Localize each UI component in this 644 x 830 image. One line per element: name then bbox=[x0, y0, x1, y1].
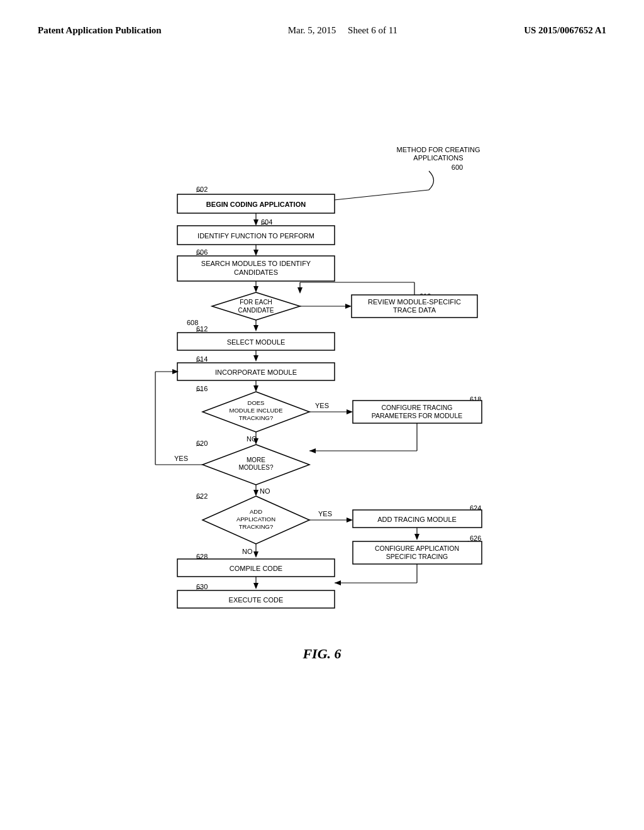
begin-label: BEGIN CODING APPLICATION bbox=[206, 201, 306, 208]
arrowhead-loop bbox=[297, 287, 303, 294]
ref-612: 612 bbox=[196, 325, 208, 333]
ref-630: 630 bbox=[196, 583, 208, 590]
compile-label: COMPILE CODE bbox=[230, 565, 282, 572]
arrowhead-addtracing-configapp bbox=[414, 534, 419, 540]
add-tracing-label: ADD TRACING MODULE bbox=[377, 516, 457, 523]
arrowhead-identify-search bbox=[253, 250, 258, 256]
review-label1: REVIEW MODULE-SPECIFIC bbox=[368, 298, 461, 306]
page: Patent Application Publication Mar. 5, 2… bbox=[0, 0, 644, 830]
foreach-label2: CANDIDATE bbox=[238, 307, 274, 314]
does-label1: DOES bbox=[248, 399, 265, 406]
ref-620: 620 bbox=[196, 440, 208, 447]
sheet-label: Sheet 6 of 11 bbox=[348, 25, 397, 35]
no-does: NO bbox=[247, 435, 257, 443]
fig-label-text: FIG. 6 bbox=[303, 646, 341, 661]
search-label2: CANDIDATES bbox=[234, 268, 278, 276]
arrowhead-search-foreach bbox=[253, 286, 258, 292]
arrowhead-incorporate-does bbox=[253, 385, 258, 392]
incorporate-label: INCORPORATE MODULE bbox=[215, 368, 297, 376]
yes-addapp: YES bbox=[318, 510, 332, 517]
no-more: NO bbox=[260, 487, 270, 495]
arrowhead-addapp-no bbox=[253, 551, 258, 558]
title-line1: METHOD FOR CREATING bbox=[396, 146, 480, 153]
add-app-label2: APPLICATION bbox=[236, 516, 275, 523]
arrowhead-begin-identify bbox=[253, 219, 258, 226]
ref-600: 600 bbox=[452, 163, 463, 171]
header-left: Patent Application Publication bbox=[38, 25, 162, 36]
arrowhead-configure-more bbox=[309, 448, 316, 453]
execute-label: EXECUTE CODE bbox=[229, 596, 284, 604]
more-label1: MORE bbox=[247, 456, 265, 463]
ref-606: 606 bbox=[196, 248, 208, 256]
configure-tracing-label2: PARAMETERS FOR MODULE bbox=[372, 412, 463, 419]
configure-tracing-label1: CONFIGURE TRACING bbox=[382, 404, 453, 411]
patent-number: US 2015/0067652 A1 bbox=[524, 25, 606, 35]
fig-label: FIG. 6 bbox=[38, 646, 606, 662]
yes-does: YES bbox=[315, 402, 329, 409]
ref-614: 614 bbox=[196, 355, 208, 363]
arrowhead-foreach-select bbox=[253, 325, 258, 331]
ref-622: 622 bbox=[196, 492, 208, 500]
arrowhead-compile-execute bbox=[253, 583, 258, 589]
review-label2: TRACE DATA bbox=[393, 306, 436, 314]
arrowhead-select-incorporate bbox=[253, 355, 258, 362]
ref-604: 604 bbox=[261, 218, 272, 226]
add-app-label1: ADD bbox=[250, 508, 262, 515]
header-center: Mar. 5, 2015 Sheet 6 of 11 bbox=[288, 25, 397, 36]
select-label: SELECT MODULE bbox=[227, 338, 286, 346]
does-label3: TRACKING? bbox=[239, 414, 273, 421]
date-label: Mar. 5, 2015 bbox=[288, 25, 336, 35]
ref-626: 626 bbox=[470, 534, 481, 542]
yes-more: YES bbox=[174, 455, 188, 462]
figure-container: METHOD FOR CREATING APPLICATIONS 600 602… bbox=[38, 55, 606, 633]
curve-600 bbox=[429, 171, 434, 190]
configure-app-label2: SPECIFIC TRACING bbox=[386, 553, 448, 560]
no-addapp: NO bbox=[242, 548, 253, 555]
publication-label: Patent Application Publication bbox=[38, 25, 162, 35]
identify-label: IDENTIFY FUNCTION TO PERFORM bbox=[197, 232, 314, 240]
ref-616: 616 bbox=[196, 385, 208, 392]
foreach-label1: FOR EACH bbox=[240, 299, 272, 306]
arrowhead-more-no bbox=[253, 490, 258, 496]
arrowhead-addapp-addtracing bbox=[347, 517, 353, 523]
does-label2: MODULE INCLUDE bbox=[230, 407, 283, 414]
search-label1: SEARCH MODULES TO IDENTIFY bbox=[201, 260, 311, 267]
add-app-label3: TRACKING? bbox=[239, 523, 273, 530]
configure-app-label1: CONFIGURE APPLICATION bbox=[375, 545, 459, 552]
header: Patent Application Publication Mar. 5, 2… bbox=[38, 25, 606, 36]
more-label2: MODULES? bbox=[238, 464, 273, 471]
arrowhead-does-configure bbox=[347, 409, 353, 414]
ref-602: 602 bbox=[196, 185, 208, 193]
arrowhead-configapp-compile bbox=[335, 580, 341, 585]
header-right: US 2015/0067652 A1 bbox=[524, 25, 606, 36]
foreach-diamond bbox=[212, 292, 300, 320]
title-line2: APPLICATIONS bbox=[413, 154, 463, 162]
arrowhead-foreach-review bbox=[345, 304, 352, 309]
flowchart-svg: METHOD FOR CREATING APPLICATIONS 600 602… bbox=[86, 55, 558, 633]
